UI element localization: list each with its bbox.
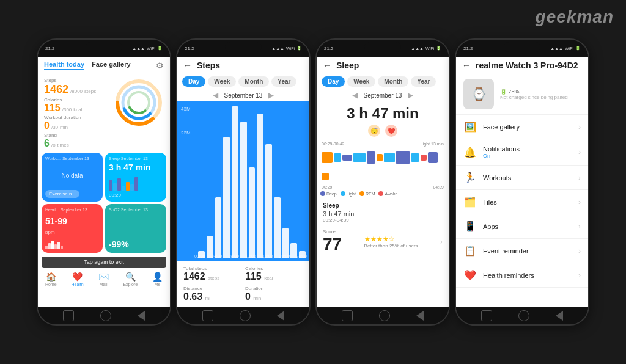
sleep-block-awake1 bbox=[421, 155, 427, 161]
prev-date-arrow[interactable]: ◀ bbox=[213, 91, 218, 100]
score-arrow-icon[interactable]: › bbox=[440, 238, 443, 246]
tab-face-gallery[interactable]: Face gallery bbox=[92, 60, 131, 70]
menu-event-reminder[interactable]: 📋 Event reminder › bbox=[456, 239, 588, 263]
sleep-prev-date[interactable]: ◀ bbox=[352, 91, 358, 100]
steps-stats-grid: Total steps 1462 steps Calories 115 kcal… bbox=[177, 261, 309, 307]
sleep-block-deep4 bbox=[428, 152, 438, 163]
sleep-tab-day[interactable]: Day bbox=[322, 76, 345, 87]
device-image: ⌚ bbox=[463, 79, 494, 109]
phone4-time: 21:2 bbox=[463, 46, 473, 51]
me-icon: 👤 bbox=[152, 272, 163, 282]
phone2-circle-btn[interactable] bbox=[240, 310, 251, 321]
phone1-screen: Health today Face gallery ⚙ Steps 1462 /… bbox=[38, 57, 170, 307]
menu-workouts[interactable]: 🏃 Workouts › bbox=[456, 166, 588, 190]
exercise-button[interactable]: Exercise n... bbox=[45, 190, 79, 198]
sleep-block-rem3 bbox=[322, 173, 329, 180]
device-back-icon[interactable]: ← bbox=[462, 60, 471, 70]
phone3-back-btn[interactable] bbox=[416, 311, 424, 321]
nav-explore[interactable]: 🔍 Explore bbox=[123, 272, 138, 286]
home-icon: 🏠 bbox=[46, 272, 56, 282]
menu-arrow-icon-2: › bbox=[578, 173, 581, 182]
tab-day[interactable]: Day bbox=[182, 76, 205, 87]
menu-health-reminders[interactable]: ❤️ Health reminders › bbox=[456, 263, 588, 288]
phone1-square-btn[interactable] bbox=[63, 310, 74, 321]
sleep-score-row[interactable]: Score 77 ★★★★☆ Better than 25% of users … bbox=[317, 227, 449, 257]
phone-4: 21:2 ▲▲▲ WiFi 🔋 ← realme Watch 3 Pro-94D… bbox=[455, 38, 589, 326]
sleep-icon-2[interactable]: ❤️ bbox=[385, 125, 397, 137]
nav-mail[interactable]: ✉️ Mail bbox=[98, 272, 109, 286]
menu-apps[interactable]: 📱 Apps › bbox=[456, 214, 588, 239]
tab-health-today[interactable]: Health today bbox=[44, 60, 84, 70]
nav-health[interactable]: ❤️ Health bbox=[71, 272, 83, 286]
sleep-next-date[interactable]: ▶ bbox=[408, 91, 413, 100]
event-reminder-icon: 📋 bbox=[463, 245, 477, 257]
menu-arrow-icon-3: › bbox=[578, 198, 581, 206]
phone3-status-right: ▲▲▲ WiFi 🔋 bbox=[411, 46, 441, 51]
sleep-tab-week[interactable]: Week bbox=[347, 76, 375, 87]
tab-year[interactable]: Year bbox=[271, 76, 296, 87]
phone-3: 21:2 ▲▲▲ WiFi 🔋 ← Sleep Day Week Month Y… bbox=[315, 38, 450, 326]
tab-week[interactable]: Week bbox=[208, 76, 236, 87]
legend-deep: Deep bbox=[320, 191, 337, 196]
duration-box: Duration 0 min bbox=[245, 286, 303, 302]
phone4-square-btn[interactable] bbox=[481, 310, 492, 321]
legend-awake: Awake bbox=[378, 191, 397, 196]
sleep-stars: ★★★★☆ bbox=[364, 235, 418, 243]
distance-box: Distance 0.63 mi bbox=[183, 286, 241, 302]
nav-home[interactable]: 🏠 Home bbox=[45, 272, 57, 286]
device-info: ⌚ 🔋 75% Not charged since being paired bbox=[456, 74, 588, 115]
tab-month[interactable]: Month bbox=[238, 76, 269, 87]
next-date-arrow[interactable]: ▶ bbox=[268, 91, 274, 100]
phone1-back-btn[interactable] bbox=[138, 311, 145, 321]
back-arrow-icon[interactable]: ← bbox=[183, 60, 192, 70]
deep-dot bbox=[320, 191, 325, 196]
phone3-date-nav: ◀ September 13 ▶ bbox=[317, 89, 449, 101]
mail-icon: ✉️ bbox=[98, 272, 109, 282]
steps-bars-container bbox=[181, 106, 306, 258]
phone3-circle-btn[interactable] bbox=[379, 310, 390, 321]
sleep-block-deep3 bbox=[396, 151, 410, 164]
menu-arrow-icon-5: › bbox=[578, 247, 581, 255]
phone1-notch: 21:2 ▲▲▲ WiFi 🔋 bbox=[38, 40, 170, 57]
phone4-notch: 21:2 ▲▲▲ WiFi 🔋 bbox=[456, 40, 588, 57]
phone2-date: September 13 bbox=[224, 92, 263, 99]
phone4-notch-bump bbox=[504, 42, 540, 52]
menu-face-gallery[interactable]: 🖼️ Face gallery › bbox=[456, 115, 588, 139]
phone1-cards-grid: Worko... September 13 No data Exercise n… bbox=[38, 150, 170, 255]
menu-arrow-icon-6: › bbox=[578, 271, 581, 280]
sleep-tab-month[interactable]: Month bbox=[378, 76, 408, 87]
sleep-block-deep2 bbox=[367, 151, 375, 164]
phone3-date: September 13 bbox=[364, 92, 402, 99]
light-dot bbox=[341, 191, 345, 196]
nav-me[interactable]: 👤 Me bbox=[152, 272, 163, 286]
apps-icon: 📱 bbox=[463, 220, 477, 232]
settings-icon[interactable]: ⚙ bbox=[156, 60, 164, 70]
stand-value: 6 bbox=[44, 138, 50, 149]
heart-mini-bars bbox=[45, 239, 99, 249]
phone4-status-right: ▲▲▲ WiFi 🔋 bbox=[550, 46, 581, 51]
phone2-back-btn[interactable] bbox=[277, 311, 284, 321]
phone4-circle-btn[interactable] bbox=[518, 310, 529, 321]
phone-2: 21:2 ▲▲▲ WiFi 🔋 ← Steps Day Week Month Y… bbox=[176, 38, 311, 326]
sleep-icon-1[interactable]: 😴 bbox=[368, 125, 380, 137]
phone1-header: Health today Face gallery ⚙ bbox=[38, 57, 170, 75]
phone1-bottom-bar bbox=[38, 307, 170, 324]
phone3-notch: 21:2 ▲▲▲ WiFi 🔋 bbox=[317, 40, 449, 57]
phone3-square-btn[interactable] bbox=[342, 310, 353, 321]
bar-7 bbox=[257, 114, 263, 258]
sleep-duration-big: 3 h 47 min bbox=[317, 101, 449, 125]
health-reminders-icon: ❤️ bbox=[463, 269, 477, 281]
phone1-circle-btn[interactable] bbox=[100, 310, 111, 321]
phone2-status-right: ▲▲▲ WiFi 🔋 bbox=[271, 46, 302, 51]
phone1-bottom-nav: 🏠 Home ❤️ Health ✉️ Mail 🔍 Explore 👤 bbox=[38, 269, 170, 289]
menu-notifications[interactable]: 🔔 Notifications On › bbox=[456, 139, 588, 166]
menu-tiles[interactable]: 🗂️ Tiles › bbox=[456, 190, 588, 214]
phone2-notch-bump bbox=[225, 42, 262, 52]
sleep-back-icon[interactable]: ← bbox=[323, 60, 331, 70]
sleep-tab-year[interactable]: Year bbox=[411, 76, 436, 87]
phone4-back-btn[interactable] bbox=[556, 311, 563, 321]
total-steps-box: Total steps 1462 steps bbox=[183, 266, 241, 282]
sleep-block-rem1 bbox=[322, 152, 333, 163]
phone2-square-btn[interactable] bbox=[202, 310, 213, 321]
sleep-card: Sleep September 13 3 h 47 min 00:29 bbox=[105, 153, 166, 202]
